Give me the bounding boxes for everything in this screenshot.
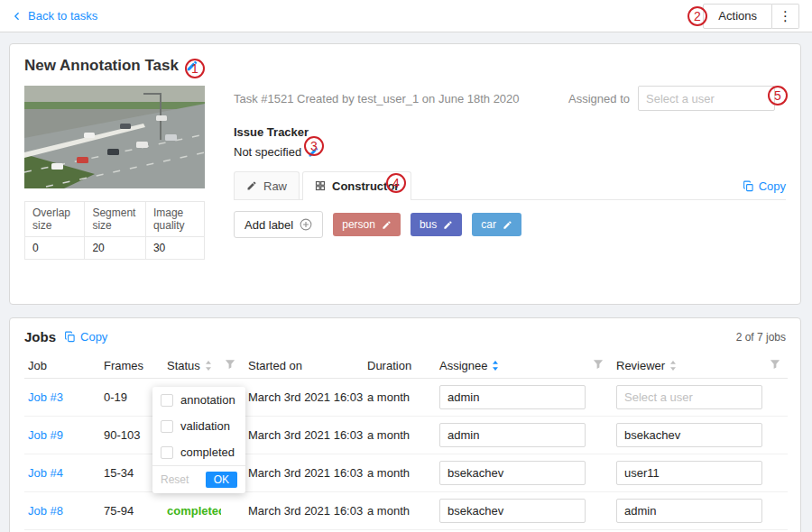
copy-icon bbox=[64, 331, 76, 343]
assignee-input[interactable] bbox=[439, 423, 586, 447]
param-value-segment: 20 bbox=[85, 237, 145, 260]
label-name: bus bbox=[420, 218, 437, 231]
block-icon bbox=[315, 180, 326, 191]
filter-option-completed[interactable]: completed bbox=[152, 439, 245, 465]
jobs-count: 2 of 7 jobs bbox=[736, 331, 786, 344]
jobs-title: Jobs bbox=[24, 329, 56, 344]
param-value-quality: 30 bbox=[145, 237, 204, 260]
param-header-segment: Segment size bbox=[85, 202, 145, 237]
status-cell: completed bbox=[167, 504, 221, 518]
started-cell: March 3rd 2021 16:03 bbox=[245, 492, 364, 530]
edit-label-icon[interactable] bbox=[503, 220, 512, 230]
param-value-overlap: 0 bbox=[25, 237, 85, 260]
duration-cell: a month bbox=[364, 417, 436, 454]
job-link[interactable]: Job #9 bbox=[28, 428, 63, 442]
status-filter-icon[interactable] bbox=[221, 353, 245, 379]
label-name: car bbox=[481, 218, 496, 231]
actions-button[interactable]: Actions bbox=[703, 4, 772, 29]
assignee-filter-icon[interactable] bbox=[589, 353, 613, 379]
back-to-tasks-link[interactable]: Back to tasks bbox=[13, 9, 97, 23]
back-to-tasks-label: Back to tasks bbox=[28, 9, 97, 23]
pencil-icon bbox=[246, 180, 257, 191]
assigned-to-input[interactable] bbox=[638, 86, 775, 111]
column-header-assignee[interactable]: Assignee bbox=[436, 353, 589, 379]
assignee-input[interactable] bbox=[439, 499, 586, 523]
frames-cell: 75-94 bbox=[100, 492, 163, 530]
assigned-to-label: Assigned to bbox=[568, 92, 630, 105]
filter-option-validation[interactable]: validation bbox=[152, 413, 245, 439]
task-params-table: Overlap size Segment size Image quality … bbox=[24, 201, 205, 260]
doc-marker-4: 4 bbox=[386, 173, 406, 193]
jobs-card: Jobs Copy 2 of 7 jobs Job Frames Status bbox=[9, 317, 801, 532]
add-label-button[interactable]: Add label bbox=[234, 211, 323, 238]
column-header-duration: Duration bbox=[364, 353, 436, 379]
tab-raw-label: Raw bbox=[263, 179, 287, 193]
copy-labels-link[interactable]: Copy bbox=[743, 179, 786, 199]
filter-option-label: validation bbox=[180, 419, 230, 433]
edit-label-icon[interactable] bbox=[443, 220, 453, 230]
filter-option-label: annotation bbox=[180, 393, 235, 407]
task-preview-image bbox=[24, 86, 205, 188]
doc-marker-5: 5 bbox=[768, 86, 788, 105]
chevron-left-icon bbox=[13, 11, 22, 22]
labels-editor-tabs: Raw Constructor Copy bbox=[234, 171, 786, 200]
job-row-1: Job #3 0-19 March 3rd 2021 16:03 a month bbox=[24, 379, 788, 417]
copy-labels-label: Copy bbox=[759, 179, 786, 193]
more-menu-button[interactable]: ⋮ bbox=[772, 4, 799, 29]
started-cell: March 3rd 2021 16:03 bbox=[245, 454, 364, 492]
tab-raw[interactable]: Raw bbox=[234, 171, 300, 199]
label-chip-person[interactable]: person bbox=[333, 213, 401, 236]
copy-jobs-link[interactable]: Copy bbox=[64, 330, 107, 344]
checkbox-icon[interactable] bbox=[161, 446, 173, 459]
sort-carets-icon-active[interactable] bbox=[492, 360, 499, 371]
column-header-reviewer[interactable]: Reviewer bbox=[613, 353, 766, 379]
column-header-status[interactable]: Status bbox=[163, 353, 221, 379]
reviewer-input[interactable] bbox=[616, 499, 762, 523]
add-label-text: Add label bbox=[245, 218, 293, 232]
doc-marker-3: 3 bbox=[304, 136, 324, 156]
vertical-ellipsis-icon: ⋮ bbox=[779, 8, 792, 24]
jobs-table: Job Frames Status Started on Duration bbox=[24, 353, 788, 530]
reviewer-filter-icon[interactable] bbox=[766, 353, 788, 379]
actions-button-group: Actions ⋮ bbox=[703, 4, 799, 29]
job-link[interactable]: Job #3 bbox=[28, 390, 63, 404]
job-link[interactable]: Job #8 bbox=[28, 504, 63, 518]
column-header-frames: Frames bbox=[100, 353, 163, 379]
assignee-input[interactable] bbox=[439, 461, 586, 485]
checkbox-icon[interactable] bbox=[161, 420, 173, 433]
param-header-quality: Image quality bbox=[145, 202, 204, 237]
reviewer-input[interactable] bbox=[616, 385, 762, 409]
assignee-input[interactable] bbox=[439, 385, 586, 409]
status-filter-dropdown: annotation validation completed Reset OK bbox=[152, 387, 245, 493]
job-row-3: Job #4 15-34 March 3rd 2021 16:03 a mont… bbox=[24, 454, 788, 492]
started-cell: March 3rd 2021 16:03 bbox=[245, 417, 364, 454]
job-link[interactable]: Job #4 bbox=[28, 466, 63, 480]
sort-carets-icon[interactable] bbox=[205, 360, 212, 371]
column-header-started-on: Started on bbox=[245, 353, 364, 379]
plus-circle-icon bbox=[300, 218, 312, 231]
issue-tracker-value: Not specified bbox=[234, 145, 301, 159]
task-details-card: New Annotation Task bbox=[9, 43, 801, 305]
sort-carets-icon[interactable] bbox=[669, 360, 677, 371]
edit-label-icon[interactable] bbox=[382, 220, 392, 230]
duration-cell: a month bbox=[364, 454, 436, 492]
label-chip-car[interactable]: car bbox=[472, 213, 521, 236]
task-title: New Annotation Task bbox=[24, 57, 179, 75]
column-header-job: Job bbox=[24, 353, 100, 379]
label-chip-bus[interactable]: bus bbox=[411, 213, 462, 236]
filter-reset-button[interactable]: Reset bbox=[161, 473, 189, 486]
label-name: person bbox=[342, 218, 375, 231]
filter-option-annotation[interactable]: annotation bbox=[152, 387, 245, 413]
duration-cell: a month bbox=[364, 379, 436, 417]
filter-ok-button[interactable]: OK bbox=[206, 472, 237, 488]
started-cell: March 3rd 2021 16:03 bbox=[245, 379, 364, 417]
checkbox-icon[interactable] bbox=[161, 394, 173, 407]
task-meta-text: Task #1521 Created by test_user_1 on Jun… bbox=[234, 92, 520, 105]
reviewer-input[interactable] bbox=[616, 461, 762, 485]
doc-marker-2: 2 bbox=[687, 6, 707, 26]
copy-jobs-label: Copy bbox=[80, 330, 107, 344]
reviewer-input[interactable] bbox=[616, 423, 762, 447]
doc-marker-1: 1 bbox=[185, 59, 205, 78]
actions-label: Actions bbox=[718, 9, 757, 23]
job-row-2: Job #9 90-103 March 3rd 2021 16:03 a mon… bbox=[24, 417, 788, 454]
